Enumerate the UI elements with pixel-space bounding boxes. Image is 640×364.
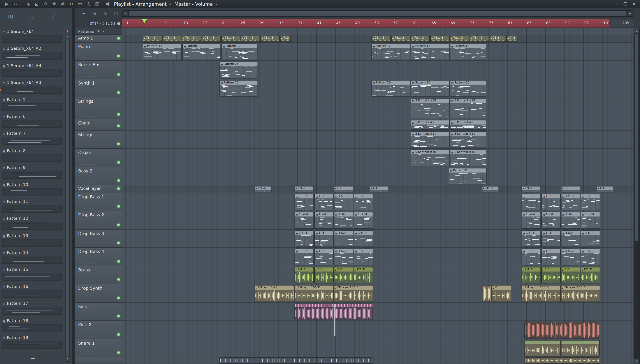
clip-fm-6[interactable]: ▸FM..6 xyxy=(255,186,272,192)
track-mute-led[interactable] xyxy=(117,351,120,354)
playhead-marker[interactable] xyxy=(142,19,147,23)
clip-1-s-3[interactable]: ▤1 S..3 xyxy=(522,194,541,210)
track-header-drop-synth[interactable]: Drop Synth xyxy=(75,284,122,303)
pattern-item-1-serum-x64-4[interactable]: ▤1 Serum_x64 #4 xyxy=(0,63,64,80)
clip-fm-e[interactable]: ▸FM..E xyxy=(522,186,541,192)
pattern-item-pattern-9[interactable]: ▤Pattern 9 xyxy=(0,165,64,182)
clip-pattern-20[interactable]: ▤Pattern 20 xyxy=(371,80,410,96)
clip-78-3[interactable]: ▸78..._3 xyxy=(261,36,280,42)
pattern-item-pattern-6[interactable]: ▤Pattern 6 xyxy=(0,114,64,131)
pattern-item-pattern-5[interactable]: ▤Pattern 5 xyxy=(0,97,64,114)
clip-1-s-2[interactable]: ▤1 S..2 xyxy=(354,248,373,266)
clip-1-64[interactable]: ▤1..64 xyxy=(314,212,334,229)
track-mute-led[interactable] xyxy=(117,54,120,58)
horizontal-scroll-thumb[interactable] xyxy=(129,11,626,16)
slide-toggle[interactable] xyxy=(117,22,120,25)
clip-fm-6[interactable]: ▸FM..6 xyxy=(482,186,499,192)
minimize-button[interactable]: ─ xyxy=(612,0,621,8)
track-lane-organ[interactable] xyxy=(122,149,633,167)
pattern-item-pattern-11[interactable]: ▤Pattern 11 xyxy=(0,199,64,216)
clip-1-s-3[interactable]: ▤1 S..3 xyxy=(334,194,353,210)
clip-5-kontakt-12[interactable]: ▤5 Kontakt #12 xyxy=(411,98,450,118)
track-lane-kick-1[interactable] xyxy=(122,303,633,321)
track-header-drop-bass-3[interactable]: Drop Bass 3 xyxy=(75,230,122,248)
clip-1-s-2[interactable]: ▤1 S..2 xyxy=(581,248,600,266)
clip-fm-e[interactable]: ▸FM..E xyxy=(522,267,541,284)
clip-fm-syn-150-e[interactable]: ▸FM_syn..150_E xyxy=(334,285,373,302)
clip-1-3[interactable]: ▤1..3 xyxy=(541,194,561,210)
clip-pattern-12[interactable]: ▤Pattern 12 xyxy=(221,44,258,60)
clip-5-kontakt-12[interactable]: ▤5 Kontakt #12 xyxy=(450,98,486,118)
pattern-item-pattern-18[interactable]: ▤Pattern 18 xyxy=(0,318,64,335)
scroll-up-icon[interactable]: ▴ xyxy=(65,34,70,39)
clip-78-3[interactable]: ▸78..._3 xyxy=(201,36,221,42)
vertical-scrollbar[interactable]: ▴ ▾ xyxy=(634,28,639,364)
track-mute-led[interactable] xyxy=(117,124,120,128)
clip-fm-syn-150-e[interactable]: ▸FM_syn..150_E xyxy=(561,285,600,302)
track-mute-led[interactable] xyxy=(117,91,120,94)
clip-1-x64[interactable]: ▤1..x64 xyxy=(354,212,373,229)
audio-clip[interactable] xyxy=(294,304,373,320)
clip-pattern-12[interactable]: ▤Pattern 12 xyxy=(182,44,221,60)
range-icon[interactable]: ↔ xyxy=(67,0,76,8)
clip-pattern-12[interactable]: ▤Pattern 12 xyxy=(371,44,410,60)
picker-info-button[interactable]: ! xyxy=(65,29,70,34)
brush-icon[interactable]: ◣ xyxy=(33,0,41,8)
clip-1-s-2[interactable]: ▤1 S..2 xyxy=(522,248,541,266)
clip-1-2[interactable]: ▤1..2 xyxy=(541,248,561,266)
marquee-icon[interactable]: ▭ xyxy=(76,0,84,8)
track-mute-led[interactable] xyxy=(117,242,120,244)
clip-5-kontakt-11[interactable]: ▤5 Kontakt #11 xyxy=(411,132,450,148)
clip-f-e[interactable]: ▸F..E xyxy=(314,267,334,284)
clip-pattern-12[interactable]: ▤Pattern 12 xyxy=(143,44,182,60)
collapse-icon[interactable]: ▴ xyxy=(103,29,104,33)
track-mute-led[interactable] xyxy=(117,73,120,76)
clip-1-s-2[interactable]: ▤1 S..2 xyxy=(334,248,353,266)
clip-1-x64[interactable]: ▤1..x64 xyxy=(522,212,541,229)
audio-clip[interactable]: ▸▸▸▸▸▸▸▸▸▸▸ xyxy=(561,340,600,357)
clip-icon[interactable]: ◈ xyxy=(24,0,33,8)
audio-clip[interactable] xyxy=(524,357,599,364)
picker-scroll-thumb[interactable] xyxy=(66,40,69,356)
clip-1-s-3[interactable]: ▤1 S..3 xyxy=(581,194,600,210)
clip-78-3[interactable]: ▸78..._3 xyxy=(470,36,489,42)
clip-f-e[interactable]: ▸F..E xyxy=(370,186,388,192)
arrangement-grid[interactable]: ▸78..._3▸78..._3▸78..._3▸78..._3▸78..._3… xyxy=(122,28,633,364)
wave-icon[interactable]: ∿ xyxy=(100,11,111,16)
clip-pattern-20[interactable]: ▤Pattern 20 xyxy=(411,80,450,96)
clip-5-kontakt-10[interactable]: ▤5 Kontakt #10 xyxy=(411,150,450,166)
clip-7-3[interactable]: ▸7..3 xyxy=(506,36,517,42)
track-mute-led[interactable] xyxy=(117,161,120,164)
audio-clip[interactable] xyxy=(219,357,373,364)
clip-pattern-26[interactable]: ▤Pattern 26 xyxy=(219,62,258,78)
clip-78-3[interactable]: ▸78..._3 xyxy=(221,36,240,42)
audio-clip[interactable] xyxy=(524,322,599,338)
clip-1-4[interactable]: ▤1..4 xyxy=(541,230,561,247)
clip-5-kontakt-9[interactable]: ▤5 Kontakt #9 xyxy=(411,120,450,130)
clip-pattern-20[interactable]: ▤Pattern 20 xyxy=(219,80,258,96)
clip-f-e[interactable]: ▸F..E xyxy=(597,186,613,192)
track-header-drop-bass-1[interactable]: Drop Bass 1 xyxy=(75,193,122,211)
track-header-kick-2[interactable]: Kick 2 xyxy=(75,321,122,339)
clip-78-3[interactable]: ▸78..._3 xyxy=(241,36,260,42)
clip-fm-e[interactable]: ▸FM..E xyxy=(294,186,314,192)
track-header-organ[interactable]: Organ xyxy=(75,149,122,167)
step-toggle[interactable] xyxy=(100,22,104,25)
clip-78-3[interactable]: ▸78..._3 xyxy=(391,36,410,42)
swap-icon[interactable]: ⇄ xyxy=(59,0,67,8)
picker-scrollbar[interactable]: ! ▴ ▾ xyxy=(65,29,70,362)
track-header-vocal-layer[interactable]: Vocal layer xyxy=(75,185,122,193)
meter-icon[interactable]: ▥ xyxy=(93,0,102,8)
pattern-item-pattern-19[interactable]: ▤Pattern 19 xyxy=(0,335,64,352)
clip-1-x64[interactable]: ▤1..x64 xyxy=(294,212,314,229)
clip-1-2[interactable]: ▤1..2 xyxy=(314,248,334,266)
grid-view-icon[interactable]: Ш xyxy=(0,14,21,20)
clip-f-e[interactable]: ▸F..E xyxy=(334,267,353,284)
magnet-icon[interactable]: ∩ xyxy=(89,11,100,16)
track-lane-strings[interactable] xyxy=(122,98,633,119)
clip-1-s-3[interactable]: ▤1 S..3 xyxy=(354,194,373,210)
clip-78-3[interactable]: ▸78..._3 xyxy=(430,36,450,42)
clip-1-s-4[interactable]: ▤1 S..4 xyxy=(561,230,580,247)
track-header-bass-2[interactable]: Bass 2 xyxy=(75,167,122,185)
clip-1-4[interactable]: ▤1..4 xyxy=(314,230,334,247)
